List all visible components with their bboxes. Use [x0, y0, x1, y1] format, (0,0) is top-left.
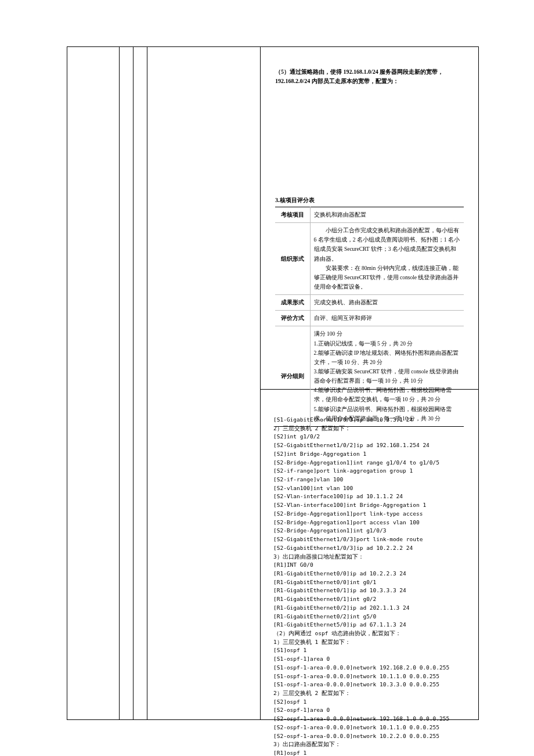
- row-header: 评分细则: [275, 326, 310, 426]
- right-column: （5）通过策略路由，使得 192.168.1.0/24 服务器网段走新的宽带，1…: [261, 47, 478, 719]
- mid-column-1: [120, 47, 134, 719]
- mid-column-2: [134, 47, 147, 719]
- row-content: 小组分工合作完成交换机和路由器的配置，每小组有 6 名学生组成，2 名小组成员查…: [310, 223, 464, 295]
- row-header: 组织形式: [275, 223, 310, 295]
- table-row: 评分细则满分 100 分 1.正确识记线缆，每一项 5 分，共 20 分 2.能…: [275, 326, 464, 426]
- table-row: 组织形式 小组分工合作完成交换机和路由器的配置，每小组有 6 名学生组成，2 名…: [275, 223, 464, 295]
- blank-space: [275, 86, 464, 196]
- table-row: 成果形式完成交换机、路由器配置: [275, 295, 464, 311]
- mid-column-3: [147, 47, 261, 719]
- row-content: 自评、组间互评和师评: [310, 311, 464, 326]
- row-header: 考核项目: [275, 207, 310, 223]
- table-title: 3.核项目评分表: [275, 196, 464, 204]
- config-code: [S1-GigabitEthernet1/0/3]ip ad 10.3.3.1 …: [273, 416, 467, 756]
- table-row: 考核项目交换机和路由器配置: [275, 207, 464, 223]
- upper-section: （5）通过策略路由，使得 192.168.1.0/24 服务器网段走新的宽带，1…: [261, 47, 478, 390]
- evaluation-table: 考核项目交换机和路由器配置组织形式 小组分工合作完成交换机和路由器的配置，每小组…: [275, 207, 464, 427]
- outer-frame: （5）通过策略路由，使得 192.168.1.0/24 服务器网段走新的宽带，1…: [67, 46, 479, 720]
- row-content: 交换机和路由器配置: [310, 207, 464, 223]
- row-content: 满分 100 分 1.正确识记线缆，每一项 5 分，共 20 分 2.能够正确识…: [310, 326, 464, 426]
- lower-section: [S1-GigabitEthernet1/0/3]ip ad 10.3.3.1 …: [261, 390, 478, 756]
- table-row: 评价方式自评、组间互评和师评: [275, 311, 464, 326]
- left-column: [67, 47, 120, 719]
- row-header: 评价方式: [275, 311, 310, 326]
- row-header: 成果形式: [275, 295, 310, 311]
- instruction-text: （5）通过策略路由，使得 192.168.1.0/24 服务器网段走新的宽带，1…: [275, 67, 464, 86]
- row-content: 完成交换机、路由器配置: [310, 295, 464, 311]
